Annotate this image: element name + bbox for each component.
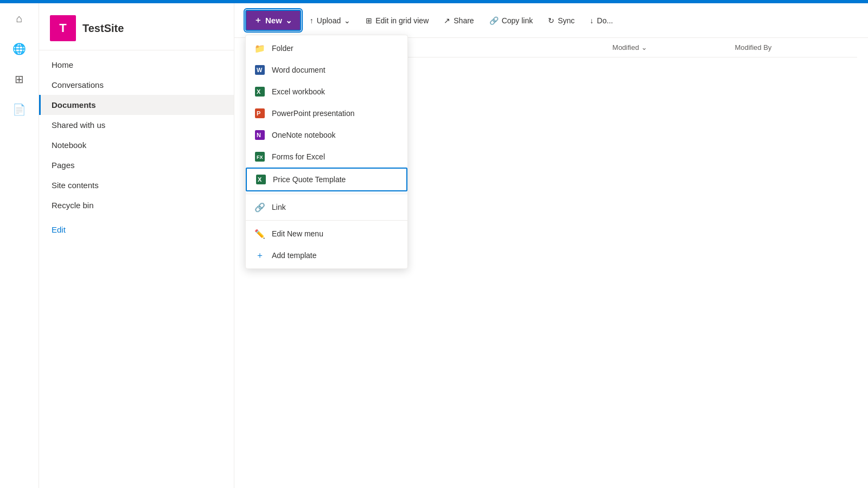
- site-title: TestSite: [82, 22, 124, 35]
- toolbar: ＋ New ⌄ ↑ Upload ⌄ ⊞ Edit in grid view ↗…: [234, 3, 868, 38]
- nav-item-conversations[interactable]: Conversations: [39, 75, 234, 95]
- dropdown-overlay: 📁 Folder W Word document: [245, 35, 408, 269]
- share-icon: ↗: [444, 16, 450, 25]
- upload-button[interactable]: ↑ Upload ⌄: [303, 12, 357, 29]
- menu-divider-2: [246, 220, 407, 221]
- nav-item-notebook[interactable]: Notebook: [39, 135, 234, 155]
- download-icon: ↓: [590, 16, 593, 25]
- edit-grid-view-button[interactable]: ⊞ Edit in grid view: [359, 12, 435, 29]
- nav-item-recycle-bin[interactable]: Recycle bin: [39, 195, 234, 215]
- nav-item-shared-with-us[interactable]: Shared with us: [39, 115, 234, 135]
- menu-item-edit-new-menu[interactable]: ✏️ Edit New menu: [246, 223, 407, 245]
- plus-icon: ＋: [254, 15, 262, 25]
- grid-icon[interactable]: ⊞: [10, 69, 29, 89]
- nav-item-documents[interactable]: Documents: [39, 95, 234, 115]
- svg-text:FX: FX: [257, 155, 263, 160]
- left-nav: T TestSite Home Conversations Documents …: [39, 3, 234, 488]
- copy-link-button[interactable]: 🔗 Copy link: [483, 12, 540, 29]
- sync-button[interactable]: ↻ Sync: [541, 12, 581, 29]
- globe-icon[interactable]: 🌐: [10, 39, 29, 59]
- menu-item-link[interactable]: 🔗 Link: [246, 196, 407, 218]
- link-icon: 🔗: [489, 16, 499, 25]
- upload-chevron-icon: ⌄: [344, 16, 350, 25]
- excel-icon: X: [254, 86, 265, 97]
- menu-item-forms-for-excel[interactable]: FX Forms for Excel: [246, 146, 407, 168]
- download-button[interactable]: ↓ Do...: [583, 12, 620, 29]
- chevron-down-icon: ⌄: [285, 16, 292, 25]
- menu-item-excel-workbook[interactable]: X Excel workbook: [246, 81, 407, 102]
- menu-item-add-template[interactable]: ＋ Add template: [246, 245, 407, 266]
- nav-item-site-contents[interactable]: Site contents: [39, 175, 234, 195]
- svg-text:X: X: [258, 176, 262, 183]
- svg-text:X: X: [257, 88, 261, 95]
- word-icon: W: [254, 65, 265, 75]
- menu-item-folder[interactable]: 📁 Folder: [246, 37, 407, 59]
- col-modified-header[interactable]: Modified ⌄: [612, 43, 735, 52]
- folder-icon: 📁: [254, 43, 265, 54]
- menu-divider: [246, 194, 407, 194]
- svg-text:W: W: [257, 67, 263, 73]
- link-menu-icon: 🔗: [254, 202, 265, 213]
- price-quote-icon: X: [256, 174, 266, 185]
- page-icon[interactable]: 📄: [10, 100, 29, 119]
- nav-item-home[interactable]: Home: [39, 55, 234, 75]
- upload-icon: ↑: [310, 16, 314, 25]
- col-modified-by-header: Modified By: [735, 43, 857, 52]
- icon-rail: ⌂ 🌐 ⊞ 📄: [0, 3, 39, 488]
- sort-chevron-icon: ⌄: [641, 43, 647, 52]
- menu-item-price-quote-template[interactable]: X Price Quote Template: [246, 168, 407, 191]
- forms-excel-icon: FX: [254, 151, 265, 162]
- dropdown-menu: 📁 Folder W Word document: [245, 35, 408, 269]
- share-button[interactable]: ↗ Share: [437, 12, 480, 29]
- grid-view-icon: ⊞: [366, 16, 372, 25]
- menu-item-word-document[interactable]: W Word document: [246, 59, 407, 81]
- home-icon[interactable]: ⌂: [10, 9, 29, 28]
- powerpoint-icon: P: [254, 108, 265, 119]
- menu-item-powerpoint-presentation[interactable]: P PowerPoint presentation: [246, 102, 407, 124]
- edit-pencil-icon: ✏️: [254, 228, 265, 239]
- svg-text:P: P: [257, 110, 260, 117]
- add-plus-icon: ＋: [254, 250, 265, 261]
- menu-item-onenote-notebook[interactable]: N OneNote notebook: [246, 124, 407, 146]
- site-logo: T: [50, 15, 76, 41]
- sync-icon: ↻: [548, 16, 554, 25]
- onenote-icon: N: [254, 130, 265, 140]
- nav-edit-link[interactable]: Edit: [39, 220, 234, 240]
- nav-item-pages[interactable]: Pages: [39, 155, 234, 175]
- main-content: ＋ New ⌄ ↑ Upload ⌄ ⊞ Edit in grid view ↗…: [234, 3, 868, 488]
- new-button[interactable]: ＋ New ⌄: [245, 10, 301, 31]
- svg-text:N: N: [257, 132, 261, 138]
- site-header: T TestSite: [39, 9, 234, 50]
